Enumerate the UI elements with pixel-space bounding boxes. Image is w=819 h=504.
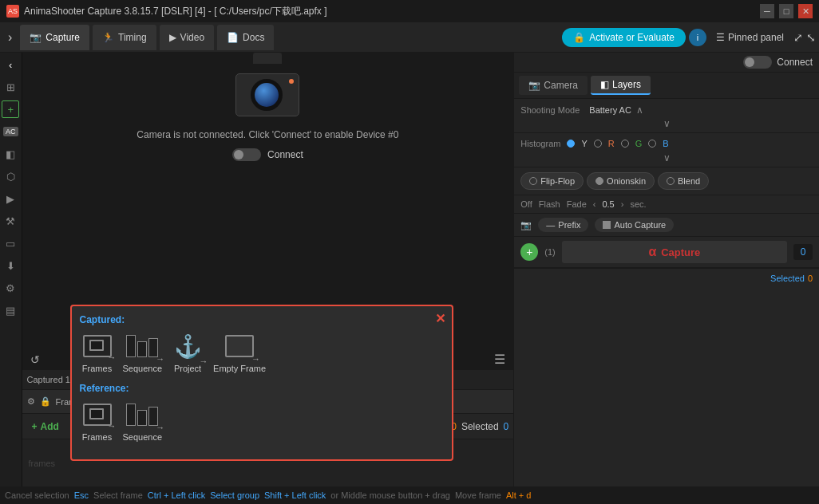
flash-dec-arrow[interactable]: ‹ [593,199,596,209]
tab-docs[interactable]: 📄 Docs [217,25,274,50]
connect-toggle[interactable]: Connect [232,148,303,161]
capture-count-value: 0 [793,244,813,260]
onionskin-label: Onionskin [607,176,646,186]
sidebar-icon-tools[interactable]: ⚒ [2,212,19,230]
ctrl-click-key: Ctrl + Left click [148,490,205,500]
popup-sequence-item[interactable]: → Sequence [123,332,163,373]
histogram-r-radio[interactable] [594,140,602,148]
shooting-mode-row: Shooting Mode Battery AC ∧ [520,102,813,118]
add-label: Add [41,421,59,432]
esc-key: Esc [74,490,89,500]
auto-capture-button[interactable]: Auto Capture [595,218,674,232]
histogram-row: Histogram Y R G B [520,136,813,151]
app-icon: AS [6,5,19,18]
histogram-y-label: Y [581,139,587,148]
project-icon: ⚓ → [170,332,205,360]
close-button[interactable]: ✕ [798,4,813,18]
timing-tab-icon: 🏃 [102,32,114,43]
flash-inc-arrow[interactable]: › [621,199,624,209]
sidebar-icon-arrow[interactable]: ‹ [2,56,19,73]
shrink-icon[interactable]: ⤡ [806,31,816,44]
device-menu-icon[interactable]: ☰ [494,352,505,367]
lock-icon: 🔒 [573,32,585,43]
captured-items: → Frames → [80,332,444,373]
blend-button[interactable]: Blend [658,172,709,190]
add-capture-button[interactable]: + [520,243,538,261]
popup-ref-sequence-item[interactable]: → Sequence [123,400,163,442]
expand-icon[interactable]: ⤢ [793,31,803,44]
pinned-panel-button[interactable]: ☰ Pinned panel [710,29,790,46]
tab-timing[interactable]: 🏃 Timing [93,25,156,50]
capture-main-button[interactable]: α Capture [562,241,787,263]
histogram-chevron-down[interactable]: ∨ [663,152,671,163]
maximize-button[interactable]: □ [779,4,793,18]
title-bar-controls[interactable]: ─ □ ✕ [760,4,813,18]
sidebar-icon-camera[interactable]: ⬡ [2,167,19,185]
camera-illustration [231,53,303,116]
histogram-g-label: G [635,139,643,148]
histogram-y-radio[interactable] [567,140,575,148]
shooting-mode-section: Shooting Mode Battery AC ∧ ∨ [514,99,819,133]
alt-d-key: Alt + d [506,490,532,500]
lock-icon2: 🔒 [40,396,51,407]
panel-tabs: 📷 Camera ◧ Layers [514,73,819,99]
selected-value: 0 [504,421,509,432]
activate-button[interactable]: 🔒 Activate or Evaluate [562,28,686,47]
empty-frame-label: Empty Frame [213,364,266,373]
panel-icon: ☰ [716,32,725,43]
tab-video[interactable]: ▶ Video [160,25,214,50]
tab-layers[interactable]: ◧ Layers [591,76,651,95]
flash-label: Flash [539,199,560,209]
chevron-down-icon[interactable]: ∨ [663,118,671,129]
prefix-button[interactable]: — Prefix [538,218,588,232]
tab-camera[interactable]: 📷 Camera [519,76,588,95]
selected-count: 0 [808,274,813,283]
popup-empty-frame-item[interactable]: → Empty Frame [213,332,266,373]
lock-icon-frame: ⚙ [27,396,35,407]
connect-toggle-switch[interactable] [232,148,261,161]
tab-capture[interactable]: 📷 Capture [20,25,89,50]
sidebar-icon-add[interactable]: + [2,100,19,118]
auto-capture-label: Auto Capture [614,220,666,230]
histogram-section: Histogram Y R G B ∨ [514,133,819,167]
info-button[interactable]: i [689,29,706,46]
sidebar-icon-down[interactable]: ⬇ [2,257,19,274]
add-button[interactable]: + Add [27,419,64,435]
timeline-label: frames [29,459,56,468]
chevron-up-icon[interactable]: ∧ [636,104,643,116]
refresh-icon[interactable]: ↺ [30,353,40,366]
sidebar-icon-grid[interactable]: ⊞ [2,78,19,96]
flip-flop-label: Flip-Flop [540,176,575,186]
blend-dot [667,177,675,185]
popup-close-button[interactable]: ✕ [435,311,445,326]
popup-ref-frames-item[interactable]: → Frames [80,400,115,442]
flip-flop-button[interactable]: Flip-Flop [520,172,584,190]
sidebar-icon-settings[interactable]: ⚙ [2,279,19,297]
shooting-mode-label: Shooting Mode [520,105,584,115]
sidebar-icon-gradient[interactable]: ▤ [2,301,19,319]
sidebar-icon-play[interactable]: ▶ [2,190,19,207]
or-label: or Middle mouse button + drag [330,490,450,500]
popup-frames-item[interactable]: → Frames [80,332,115,373]
docs-tab-label: Docs [243,32,264,43]
selected-area: Selected 0 [514,268,819,288]
selected-label: Selected [461,421,499,432]
popup-menu: ✕ Captured: → Frames [70,305,453,461]
mode-buttons: Flip-Flop Onionskin Blend [514,167,819,195]
right-connect-toggle[interactable] [743,56,772,69]
sequence-label: Sequence [123,364,163,373]
sidebar-icon-ac[interactable]: AC [2,123,19,140]
histogram-b-radio[interactable] [648,140,656,148]
popup-project-item[interactable]: ⚓ → Project [170,332,205,373]
reference-items: → Frames → [80,400,444,442]
battery-label: Battery AC [589,105,631,115]
layers-tab-label: Layers [612,79,641,90]
histogram-g-radio[interactable] [621,140,629,148]
minimize-button[interactable]: ─ [760,4,774,18]
capture-main-label: Capture [661,246,700,258]
onionskin-button[interactable]: Onionskin [587,172,655,190]
sidebar-icon-layers[interactable]: ◧ [2,145,19,163]
video-tab-icon: ▶ [169,32,176,43]
sidebar-icon-rect[interactable]: ▭ [2,234,19,252]
nav-arrow[interactable]: › [3,27,17,48]
